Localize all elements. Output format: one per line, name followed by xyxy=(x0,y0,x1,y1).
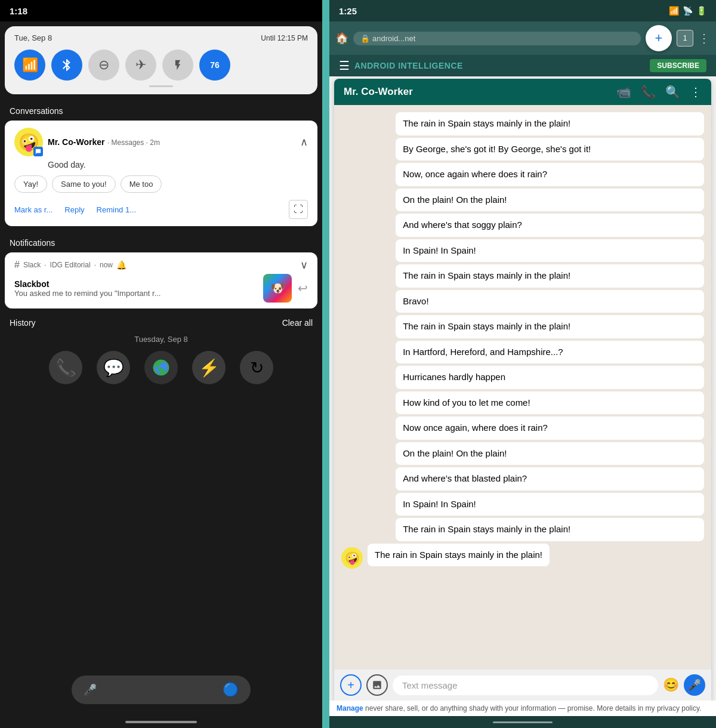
bluetooth-button[interactable] xyxy=(51,50,82,81)
status-bar-right: 1:25 📶 📡 🔋 xyxy=(329,0,716,21)
expand-chevron[interactable]: ∧ xyxy=(300,135,308,149)
message-bubble-2: Now, once again where does it rain? xyxy=(396,163,704,186)
slack-header-info: # Slack · IDG Editorial · now 🔔 xyxy=(14,260,126,270)
slack-text: Slackbot You asked me to remind you "Imp… xyxy=(14,279,257,298)
shade-until: Until 12:15 PM xyxy=(261,34,308,42)
left-panel: 1:18 Tue, Sep 8 Until 12:15 PM 📶 ⊖ ✈ 76 … xyxy=(0,0,322,728)
url-bar[interactable]: 🔒 android...net xyxy=(353,32,641,45)
history-label: History xyxy=(10,318,36,328)
quick-reply-metoo[interactable]: Me too xyxy=(121,175,162,193)
battery-button[interactable]: 76 xyxy=(199,50,230,81)
google-assistant-icon[interactable]: 🔵 xyxy=(223,682,239,698)
gallery-button[interactable] xyxy=(366,674,388,696)
status-icons: 📶 📡 🔋 xyxy=(669,6,706,16)
messages-dock-icon[interactable]: 💬 xyxy=(97,351,130,384)
dnd-button[interactable]: ⊖ xyxy=(88,50,119,81)
notification-shade: Tue, Sep 8 Until 12:15 PM 📶 ⊖ ✈ 76 xyxy=(5,26,317,94)
quick-reply-same[interactable]: Same to you! xyxy=(52,175,116,193)
bottom-search-bar[interactable]: 🎤 🔵 xyxy=(72,675,251,704)
message-bubble-16: The rain in Spain stays mainly in the pl… xyxy=(396,518,704,541)
message-bubble-6: The rain in Spain stays mainly in the pl… xyxy=(396,264,704,288)
notif-message: Good day. xyxy=(48,160,308,169)
slack-thumbnail: 🐶 xyxy=(263,274,292,303)
chat-overlay: Mr. Co-Worker 📹 📞 🔍 ⋮ The rain in Spain … xyxy=(334,79,711,701)
slackbot-sender: Slackbot xyxy=(14,279,257,289)
mic-icon[interactable]: 🎤 xyxy=(84,683,97,696)
shade-date: Tue, Sep 8 xyxy=(14,33,52,42)
message-bubble-5: In Spain! In Spain! xyxy=(396,239,704,263)
menu-icon[interactable]: ☰ xyxy=(339,58,350,73)
slack-notification-card: # Slack · IDG Editorial · now 🔔 ∨ Slackb… xyxy=(5,252,317,309)
slack-channel: IDG Editorial xyxy=(50,261,91,269)
message-bubble-11: How kind of you to let me come! xyxy=(396,391,704,415)
message-input[interactable]: Text message xyxy=(393,675,658,695)
notif-header: 🤪 Mr. Co-Worker · Messages · 2m ∧ xyxy=(14,128,308,156)
phone-call-icon[interactable]: 📞 xyxy=(641,85,656,99)
arrow-dock-icon[interactable]: ⚡ xyxy=(192,351,226,384)
history-header: History Clear all xyxy=(10,318,313,328)
flashlight-button[interactable] xyxy=(162,50,193,81)
status-bar-left: 1:18 xyxy=(0,0,322,21)
home-icon[interactable]: 🏠 xyxy=(335,32,348,45)
chat-menu-icon[interactable]: ⋮ xyxy=(690,85,702,99)
reply-action[interactable]: Reply xyxy=(64,205,84,214)
message-bubble-17: The rain in Spain stays mainly in the pl… xyxy=(368,544,550,567)
battery-icon: 🔋 xyxy=(696,6,706,16)
ai-bar: ☰ ANDROID INTELLIGENCE SUBSCRIBE xyxy=(329,55,716,76)
manage-bar: Manage never share, sell, or do anything… xyxy=(329,701,716,716)
mic-button[interactable]: 🎤 xyxy=(684,674,705,696)
chat-header: Mr. Co-Worker 📹 📞 🔍 ⋮ xyxy=(334,79,711,105)
slack-bell: 🔔 xyxy=(116,260,126,270)
notif-header-left: 🤪 Mr. Co-Worker · Messages · 2m xyxy=(14,128,160,156)
slack-expand-chevron[interactable]: ∨ xyxy=(300,258,308,272)
slack-header: # Slack · IDG Editorial · now 🔔 ∨ xyxy=(14,258,308,272)
quick-reply-yay[interactable]: Yay! xyxy=(14,175,47,193)
home-indicator-left xyxy=(125,721,197,723)
airplane-button[interactable]: ✈ xyxy=(125,50,156,81)
search-chat-icon[interactable]: 🔍 xyxy=(665,85,680,99)
video-call-icon[interactable]: 📹 xyxy=(616,85,631,99)
wifi-button[interactable]: 📶 xyxy=(14,50,45,81)
quick-settings-row: 📶 ⊖ ✈ 76 xyxy=(14,50,308,81)
chat-messages: The rain in Spain stays mainly in the pl… xyxy=(334,105,711,670)
emoji-button[interactable]: 😊 xyxy=(663,677,679,693)
slack-reply-icon[interactable]: ↩ xyxy=(298,281,308,295)
quick-replies: Yay! Same to you! Me too xyxy=(14,175,308,193)
manage-label[interactable]: Manage xyxy=(337,704,363,712)
clear-all-button[interactable]: Clear all xyxy=(282,318,313,328)
fab-add-button[interactable]: + xyxy=(646,25,672,51)
coworker-notification-card: 🤪 Mr. Co-Worker · Messages · 2m ∧ Good d… xyxy=(5,121,317,226)
contact-avatar-chat: 🤪 xyxy=(341,547,363,569)
right-content: 1:25 📶 📡 🔋 🏠 🔒 android...net + 1 ⋮ ☰ AND… xyxy=(329,0,716,728)
history-date: Tuesday, Sep 8 xyxy=(10,335,313,344)
message-bubble-0: The rain in Spain stays mainly in the pl… xyxy=(396,112,704,135)
remind-action[interactable]: Remind 1... xyxy=(97,205,136,214)
slack-separator: · xyxy=(44,261,46,269)
slack-icon: # xyxy=(14,260,20,270)
lock-icon: 🔒 xyxy=(360,34,370,43)
notif-title-group: Mr. Co-Worker · Messages · 2m xyxy=(48,137,160,147)
expand-icon[interactable]: ⛶ xyxy=(289,200,308,219)
refresh-dock-icon[interactable]: ↻ xyxy=(240,351,273,384)
wifi-icon: 📶 xyxy=(669,6,679,16)
phone-dock-icon[interactable]: 📞 xyxy=(49,351,82,384)
browser-menu-icon[interactable]: ⋮ xyxy=(698,31,710,45)
subscribe-label[interactable]: SUBSCRIBE xyxy=(650,59,706,72)
home-bar xyxy=(493,721,553,723)
right-panel: 1:25 📶 📡 🔋 🏠 🔒 android...net + 1 ⋮ ☰ AND… xyxy=(322,0,716,728)
message-bubble-13: On the plain! On the plain! xyxy=(396,442,704,465)
subscribe-button[interactable]: SUBSCRIBE xyxy=(650,59,706,72)
mark-as-read-action[interactable]: Mark as r... xyxy=(14,205,53,214)
coworker-avatar: 🤪 xyxy=(14,128,43,156)
add-attachment-button[interactable]: + xyxy=(340,674,362,696)
message-bubble-3: On the plain! On the plain! xyxy=(396,189,704,212)
shade-divider xyxy=(149,85,173,87)
tab-count[interactable]: 1 xyxy=(677,30,693,47)
message-bubble-10: Hurricanes hardly happen xyxy=(396,366,704,389)
chat-action-icons: 📹 📞 🔍 ⋮ xyxy=(616,85,702,99)
message-bubble-9: In Hartford, Hereford, and Hampshire...? xyxy=(396,341,704,364)
manage-text: never share, sell, or do anything shady … xyxy=(365,704,701,712)
conversations-label: Conversations xyxy=(0,99,322,121)
url-text[interactable]: android...net xyxy=(372,34,415,43)
google-dock-icon[interactable] xyxy=(144,351,178,384)
